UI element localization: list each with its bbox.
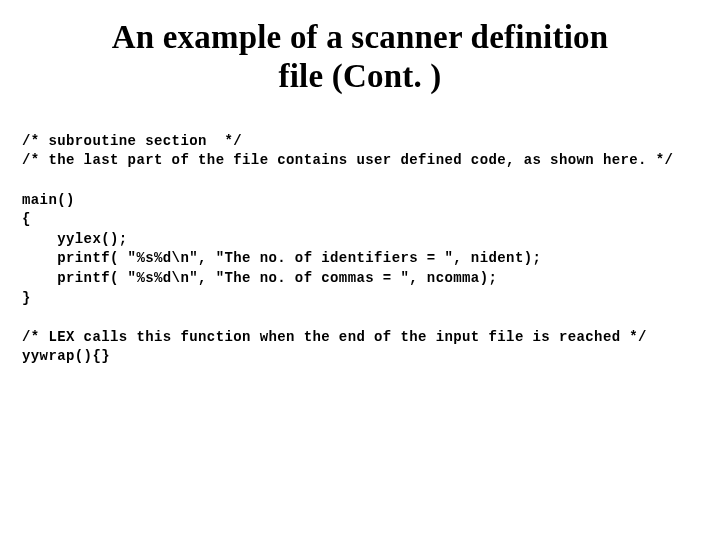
slide: An example of a scanner definition file … bbox=[0, 0, 720, 540]
code-line: printf( "%s%d\n", "The no. of commas = "… bbox=[22, 270, 497, 286]
title-line-1: An example of a scanner definition bbox=[112, 19, 609, 55]
title-line-2: file (Cont. ) bbox=[279, 58, 442, 94]
code-line: /* the last part of the file contains us… bbox=[22, 152, 673, 168]
code-line: { bbox=[22, 211, 31, 227]
code-line: } bbox=[22, 290, 31, 306]
slide-title: An example of a scanner definition file … bbox=[22, 18, 698, 96]
code-line: printf( "%s%d\n", "The no. of identifier… bbox=[22, 250, 541, 266]
code-block: /* subroutine section */ /* the last par… bbox=[22, 132, 698, 367]
code-line: yywrap(){} bbox=[22, 348, 110, 364]
code-line: /* LEX calls this function when the end … bbox=[22, 329, 647, 345]
code-line: yylex(); bbox=[22, 231, 128, 247]
code-line: /* subroutine section */ bbox=[22, 133, 242, 149]
code-line: main() bbox=[22, 192, 75, 208]
